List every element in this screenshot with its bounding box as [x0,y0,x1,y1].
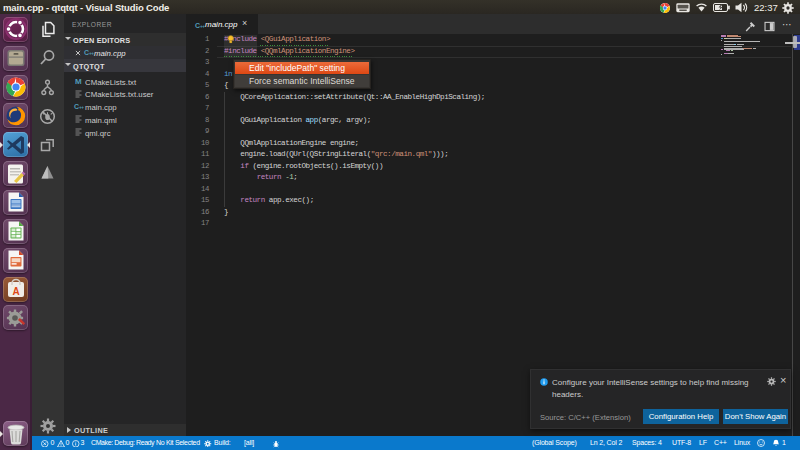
svg-text:A: A [12,286,19,297]
